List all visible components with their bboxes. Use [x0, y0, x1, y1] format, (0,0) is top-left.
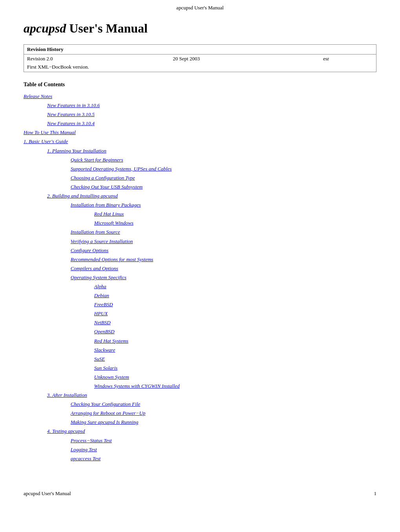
toc-link[interactable]: Sun Solaris	[94, 365, 118, 371]
toc-item: Supported Operating Systems, UPSes and C…	[71, 164, 376, 173]
toc-item: New Features in in 3.10.6	[47, 101, 376, 110]
toc-link[interactable]: Checking Your Configuration File	[71, 401, 140, 407]
revision-table-header: Revision History	[24, 45, 376, 54]
toc-link[interactable]: 1. Basic User's Guide	[24, 138, 68, 144]
revision-note: First XML−DocBook version.	[24, 63, 376, 72]
toc-link[interactable]: New Features in in 3.10.6	[47, 102, 100, 108]
revision-note-row: First XML−DocBook version.	[24, 63, 376, 72]
toc-item: Logging Test	[71, 445, 376, 454]
revision-label: Revision 2.0	[24, 54, 170, 64]
toc-link[interactable]: HPUX	[94, 310, 108, 316]
toc-item: 1. Planning Your Installation	[47, 146, 376, 155]
footer-right: 1	[374, 490, 377, 497]
toc-item: NetBSD	[94, 318, 376, 327]
toc-item: Compilers and Options	[71, 264, 376, 273]
toc-link[interactable]: Verifying a Source Installation	[71, 238, 133, 244]
toc-link[interactable]: Installation from Binary Packages	[71, 202, 141, 208]
toc-item: Choosing a Configuration Type	[71, 173, 376, 182]
header-title: apcupsd User's Manual	[176, 5, 224, 11]
toc-link[interactable]: 4. Testing apcupsd	[47, 428, 85, 434]
toc-item: Recommended Options for most Systems	[71, 255, 376, 264]
toc-link[interactable]: Making Sure apcupsd Is Running	[71, 419, 138, 425]
page-header: apcupsd User's Manual	[0, 0, 400, 13]
toc-item: Red Hat Systems	[94, 336, 376, 345]
toc-item: FreeBSD	[94, 300, 376, 309]
toc-item: How To Use This Manual	[24, 128, 376, 137]
toc-link[interactable]: Windows Systems with CYGWIN Installed	[94, 383, 180, 389]
toc-item: Unknown System	[94, 372, 376, 381]
toc-link[interactable]: Supported Operating Systems, UPSes and C…	[71, 166, 172, 172]
toc-item: Slackware	[94, 345, 376, 354]
toc-item: OpenBSD	[94, 327, 376, 336]
revision-author: esr	[320, 54, 376, 64]
toc-link[interactable]: Debian	[94, 292, 109, 298]
toc-link[interactable]: SuSE	[94, 356, 105, 362]
toc-item: Arranging for Reboot on Power−Up	[71, 409, 376, 418]
toc-link[interactable]: FreeBSD	[94, 301, 113, 307]
revision-date: 20 Sept 2003	[170, 54, 320, 64]
toc-item: Sun Solaris	[94, 363, 376, 372]
toc-link[interactable]: Logging Test	[71, 447, 97, 452]
toc-link[interactable]: Release Notes	[24, 93, 52, 99]
toc-item: Making Sure apcupsd Is Running	[71, 418, 376, 427]
toc-item: Quick Start for Beginners	[71, 155, 376, 164]
main-title-rest: User's Manual	[66, 21, 147, 35]
toc-link[interactable]: Alpha	[94, 283, 106, 289]
toc-item: 2. Building and Installing apcupsd	[47, 191, 376, 200]
toc-item: 1. Basic User's Guide	[24, 137, 376, 146]
toc-item: 4. Testing apcupsd	[47, 427, 376, 436]
page-footer: apcupsd User's Manual 1	[0, 487, 400, 501]
toc-item: Checking Out Your USB Subsystem	[71, 182, 376, 191]
toc-item: Windows Systems with CYGWIN Installed	[94, 381, 376, 390]
toc-link[interactable]: Operating System Specifics	[71, 274, 126, 280]
revision-table: Revision History Revision 2.0 20 Sept 20…	[24, 44, 376, 72]
toc-link[interactable]: Recommended Options for most Systems	[71, 256, 153, 262]
toc-item: New Features in 3.10.4	[47, 119, 376, 128]
toc-item: New Features in 3.10.5	[47, 110, 376, 119]
toc-link[interactable]: Choosing a Configuration Type	[71, 175, 135, 181]
toc-item: Process−Status Test	[71, 436, 376, 445]
toc-link[interactable]: Quick Start for Beginners	[71, 157, 123, 163]
toc-link[interactable]: Compilers and Options	[71, 265, 118, 271]
main-title-italic: apcupsd	[24, 21, 66, 35]
toc-link[interactable]: New Features in 3.10.5	[47, 111, 95, 117]
toc-link[interactable]: Microsoft Windows	[94, 220, 133, 226]
toc-link[interactable]: Unknown System	[94, 374, 129, 380]
toc-link[interactable]: 1. Planning Your Installation	[47, 148, 106, 154]
toc-link[interactable]: 3. After Installation	[47, 392, 87, 398]
toc-link[interactable]: 2. Building and Installing apcupsd	[47, 193, 118, 199]
toc-item: Debian	[94, 291, 376, 300]
page-content: apcupsd User's Manual Revision History R…	[0, 13, 400, 479]
toc-item: Installation from Source	[71, 227, 376, 236]
toc-link[interactable]: Red Hat Systems	[94, 338, 128, 344]
toc-item: Configure Options	[71, 246, 376, 255]
toc-link[interactable]: New Features in 3.10.4	[47, 120, 95, 126]
toc-title: Table of Contents	[24, 82, 376, 88]
toc-link[interactable]: Installation from Source	[71, 229, 120, 235]
toc-item: Microsoft Windows	[94, 218, 376, 227]
toc-item: Release Notes	[24, 92, 376, 101]
toc-link[interactable]: Process−Status Test	[71, 438, 112, 443]
toc-item: 3. After Installation	[47, 390, 376, 399]
toc-link[interactable]: Configure Options	[71, 247, 109, 253]
footer-left: apcupsd User's Manual	[24, 490, 71, 497]
toc-item: Operating System Specifics	[71, 273, 376, 282]
toc-link[interactable]: OpenBSD	[94, 329, 115, 334]
toc-item: Alpha	[94, 282, 376, 291]
toc-link[interactable]: apcaccess Test	[71, 456, 100, 461]
revision-row: Revision 2.0 20 Sept 2003 esr	[24, 54, 376, 64]
toc-item: Verifying a Source Installation	[71, 237, 376, 246]
toc-link[interactable]: Checking Out Your USB Subsystem	[71, 184, 143, 190]
toc-link[interactable]: Slackware	[94, 347, 115, 353]
toc-item: SuSE	[94, 354, 376, 363]
toc-item: HPUX	[94, 309, 376, 318]
toc-link[interactable]: NetBSD	[94, 320, 111, 325]
toc-item: Checking Your Configuration File	[71, 399, 376, 409]
toc-link[interactable]: Red Hat Linux	[94, 211, 124, 217]
toc-list: Release NotesNew Features in in 3.10.6Ne…	[24, 92, 376, 463]
toc-item: Installation from Binary Packages	[71, 200, 376, 209]
toc-item: apcaccess Test	[71, 454, 376, 463]
toc-link[interactable]: How To Use This Manual	[24, 129, 76, 135]
main-title: apcupsd User's Manual	[24, 21, 376, 36]
toc-link[interactable]: Arranging for Reboot on Power−Up	[71, 410, 145, 416]
